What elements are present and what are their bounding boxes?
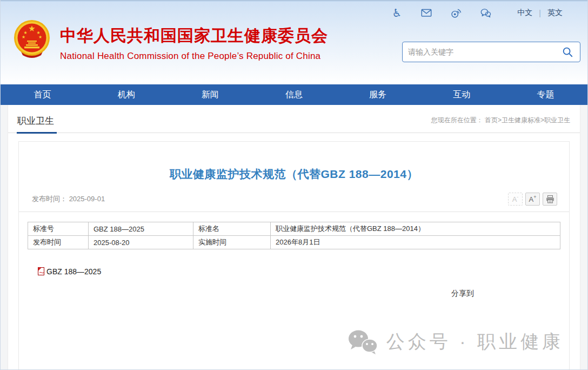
publish-date-value: 2025-09-01 xyxy=(69,195,105,203)
site-brand[interactable]: ★ ★ ★ ★ ★ 中华人民共和国国家卫生健康委员会 National Heal… xyxy=(12,19,328,62)
breadcrumb-link-home[interactable]: 首页 xyxy=(485,116,498,124)
lang-chinese[interactable]: 中文 xyxy=(517,8,532,18)
article-panel: 职业健康监护技术规范（代替GBZ 188—2014） 发布时间： 2025-09… xyxy=(18,141,570,370)
breadcrumb-separator: > xyxy=(540,116,544,124)
utility-bar: ♿ 中文 | 英文 xyxy=(1,1,587,19)
site-search xyxy=(402,42,580,62)
lang-english[interactable]: 英文 xyxy=(547,8,563,18)
site-title-chinese: 中华人民共和国国家卫生健康委员会 xyxy=(60,25,328,47)
font-increase-button[interactable]: A+ xyxy=(525,193,540,206)
language-switch: 中文 | 英文 xyxy=(517,8,563,18)
site-title-english: National Health Commission of the People… xyxy=(60,51,328,62)
font-decrease-button[interactable]: A- xyxy=(508,193,523,206)
search-input[interactable] xyxy=(408,48,560,56)
table-cell-value: GBZ 188—2025 xyxy=(89,222,193,236)
mail-icon[interactable] xyxy=(420,7,432,19)
section-header-row: 职业卫生 您现在所在位置： 首页>卫生健康标准>职业卫生 xyxy=(8,105,580,133)
table-cell-label: 标准号 xyxy=(28,222,89,236)
svg-text:★: ★ xyxy=(28,24,35,33)
content-container: 职业卫生 您现在所在位置： 首页>卫生健康标准>职业卫生 职业健康监护技术规范（… xyxy=(8,105,580,370)
weibo-icon[interactable] xyxy=(450,7,462,19)
nav-item-info[interactable]: 信息 xyxy=(252,84,336,105)
printer-icon xyxy=(546,195,554,203)
table-cell-value: 2026年8月1日 xyxy=(271,236,560,249)
meta-divider xyxy=(19,212,569,212)
standard-info-table: 标准号 GBZ 188—2025 标准名 职业健康监护技术规范（代替GBZ 18… xyxy=(28,222,560,249)
attachment-link[interactable]: GBZ 188—2025 xyxy=(37,267,569,276)
pdf-file-icon xyxy=(37,267,45,276)
article-meta-row: 发布时间： 2025-09-01 A- A+ xyxy=(28,191,560,207)
breadcrumb-current: 职业卫生 xyxy=(544,116,570,124)
attachment-name[interactable]: GBZ 188—2025 xyxy=(46,267,101,276)
main-navbar: 首页 机构 新闻 信息 服务 互动 专题 xyxy=(1,84,587,105)
svg-text:★: ★ xyxy=(38,35,42,39)
breadcrumb-separator: > xyxy=(498,116,502,124)
table-cell-value: 职业健康监护技术规范（代替GBZ 188—2014） xyxy=(271,222,560,236)
nav-item-topics[interactable]: 专题 xyxy=(504,84,587,105)
share-row: 分享到 xyxy=(19,289,569,299)
national-emblem-logo: ★ ★ ★ ★ ★ xyxy=(12,19,51,60)
table-cell-label: 发布时间 xyxy=(28,236,89,249)
breadcrumb: 您现在所在位置： 首页>卫生健康标准>职业卫生 xyxy=(431,116,570,125)
article-title: 职业健康监护技术规范（代替GBZ 188—2014） xyxy=(19,167,569,182)
nav-item-service[interactable]: 服务 xyxy=(336,84,420,105)
font-tools: A- A+ xyxy=(508,193,557,206)
nav-item-news[interactable]: 新闻 xyxy=(168,84,252,105)
share-label[interactable]: 分享到 xyxy=(451,289,474,298)
table-cell-label: 实施时间 xyxy=(193,236,271,249)
wechat-watermark-icon xyxy=(348,329,379,355)
publish-date: 发布时间： 2025-09-01 xyxy=(32,195,105,203)
brand-text: 中华人民共和国国家卫生健康委员会 National Health Commiss… xyxy=(60,25,328,62)
accessibility-icon[interactable]: ♿ xyxy=(391,7,403,19)
search-icon[interactable] xyxy=(560,45,574,59)
table-cell-value: 2025-08-20 xyxy=(89,236,193,249)
nav-item-home[interactable]: 首页 xyxy=(1,84,84,105)
watermark: 公众号 · 职业健康 xyxy=(19,329,569,355)
nav-item-institution[interactable]: 机构 xyxy=(84,84,168,105)
svg-text:★: ★ xyxy=(22,35,25,39)
table-cell-label: 标准名 xyxy=(193,222,271,236)
section-tab-occupational-health[interactable]: 职业卫生 xyxy=(17,115,57,134)
print-button[interactable] xyxy=(543,193,557,206)
table-row: 发布时间 2025-08-20 实施时间 2026年8月1日 xyxy=(28,236,560,249)
breadcrumb-label: 您现在所在位置： xyxy=(431,116,483,124)
nhc-webpage: ♿ 中文 | 英文 ★ ★ ★ xyxy=(0,0,588,370)
publish-date-label: 发布时间： xyxy=(32,195,67,203)
nav-item-interaction[interactable]: 互动 xyxy=(420,84,504,105)
lang-separator: | xyxy=(539,9,541,17)
wechat-icon[interactable] xyxy=(480,7,492,19)
watermark-text: 公众号 · 职业健康 xyxy=(386,329,564,354)
site-header: ♿ 中文 | 英文 ★ ★ ★ xyxy=(1,1,587,84)
breadcrumb-link-standards[interactable]: 卫生健康标准 xyxy=(502,116,540,124)
table-row: 标准号 GBZ 188—2025 标准名 职业健康监护技术规范（代替GBZ 18… xyxy=(28,222,560,236)
